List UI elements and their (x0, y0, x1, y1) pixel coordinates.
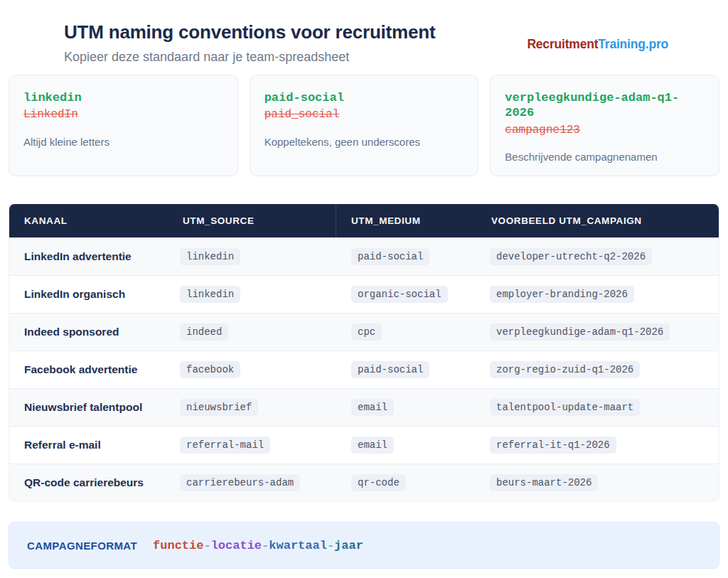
table-header-row: KANAAL UTM_SOURCE UTM_MEDIUM VOORBEELD U… (9, 204, 719, 237)
format-segment-functie: functie (153, 539, 203, 552)
channel-name: LinkedIn organisch (9, 288, 180, 301)
code-chip-source: carrierebeurs-adam (180, 474, 300, 491)
table-row: LinkedIn organisch linkedin organic-soci… (9, 275, 719, 313)
code-chip-source: indeed (180, 323, 228, 341)
utm-table: KANAAL UTM_SOURCE UTM_MEDIUM VOORBEELD U… (9, 204, 719, 502)
table-row: Indeed sponsored indeed cpc verpleegkund… (9, 313, 719, 350)
code-chip-source: referral-mail (180, 437, 270, 454)
rule-cards: linkedin LinkedIn Altijd kleine letters … (9, 75, 719, 176)
code-chip-campaign: zorg-regio-zuid-q1-2026 (490, 361, 640, 378)
rule-card-lowercase: linkedin LinkedIn Altijd kleine letters (9, 75, 238, 176)
code-chip-campaign: beurs-maart-2026 (490, 474, 598, 491)
code-chip-campaign: talentpool-update-maart (490, 399, 640, 416)
channel-name: Nieuwsbrief talentpool (9, 401, 180, 414)
channel-name: Facebook advertentie (9, 363, 180, 376)
correct-value: paid-social (264, 90, 464, 105)
header-cell-kanaal: KANAAL (9, 204, 180, 237)
correct-value: linkedin (23, 90, 223, 105)
rule-card-descriptive: verpleegkundige-adam-q1-2026 campagne123… (490, 75, 719, 176)
table-row: LinkedIn advertentie linkedin paid-socia… (9, 237, 719, 275)
code-chip-medium: qr-code (351, 474, 406, 491)
incorrect-value: campagne123 (505, 122, 705, 138)
table-row: Nieuwsbrief talentpool nieuwsbrief email… (9, 388, 719, 426)
format-segment-jaar: jaar (334, 539, 363, 552)
channel-name: Referral e-mail (9, 439, 180, 451)
code-chip-medium: email (351, 437, 394, 454)
code-chip-source: nieuwsbrief (180, 399, 258, 416)
brand-logo: RecruitmentTraining.pro (527, 37, 668, 52)
rule-card-hyphens: paid-social paid_social Koppeltekens, ge… (250, 75, 479, 176)
brand-part-recruitment: Recruitment (527, 37, 598, 51)
campaign-format-code: functie-locatie-kwartaal-jaar (153, 539, 363, 552)
channel-name: LinkedIn advertentie (9, 250, 180, 263)
format-segment-locatie: locatie (211, 539, 262, 552)
channel-name: QR-code carrierebeurs (9, 476, 180, 489)
format-segment-kwartaal: kwartaal (269, 539, 327, 552)
correct-value: verpleegkundige-adam-q1-2026 (505, 90, 705, 121)
code-chip-campaign: employer-branding-2026 (490, 286, 634, 303)
format-separator: - (327, 539, 334, 552)
header-cell-voorbeeld-utm-campaign: VOORBEELD UTM_CAMPAIGN (490, 204, 719, 237)
table-row: QR-code carrierebeurs carrierebeurs-adam… (9, 464, 719, 501)
format-separator: - (203, 539, 210, 552)
incorrect-value: LinkedIn (23, 107, 223, 122)
page-header: UTM naming conventions voor recruitment … (0, 0, 728, 65)
card-note: Altijd kleine letters (23, 136, 223, 148)
brand-part-trainingpro: Training.pro (598, 37, 668, 51)
code-chip-campaign: developer-utrecht-q2-2026 (490, 248, 652, 265)
code-chip-source: facebook (180, 361, 240, 378)
campaign-format-bar: CAMPAGNEFORMAT functie-locatie-kwartaal-… (9, 522, 719, 569)
code-chip-campaign: referral-it-q1-2026 (490, 437, 616, 454)
table-row: Referral e-mail referral-mail email refe… (9, 426, 719, 464)
code-chip-campaign: verpleegkundige-adam-q1-2026 (490, 323, 670, 341)
format-separator: - (262, 539, 269, 552)
code-chip-source: linkedin (180, 248, 240, 265)
channel-name: Indeed sponsored (9, 326, 180, 338)
header-cell-utm-source: UTM_SOURCE (180, 204, 336, 237)
table-row: Facebook advertentie facebook paid-socia… (9, 350, 719, 388)
code-chip-medium: organic-social (351, 286, 448, 303)
page-subtitle: Kopieer deze standaard naar je team-spre… (64, 50, 668, 65)
code-chip-medium: paid-social (351, 361, 429, 378)
card-note: Koppeltekens, geen underscores (264, 136, 464, 148)
code-chip-source: linkedin (180, 286, 240, 303)
card-note: Beschrijvende campagnenamen (505, 151, 705, 163)
code-chip-medium: cpc (351, 323, 382, 341)
header-cell-utm-medium: UTM_MEDIUM (336, 204, 490, 237)
campaign-format-label: CAMPAGNEFORMAT (27, 540, 137, 552)
code-chip-medium: paid-social (351, 248, 429, 265)
incorrect-value: paid_social (264, 107, 464, 122)
code-chip-medium: email (351, 399, 394, 416)
